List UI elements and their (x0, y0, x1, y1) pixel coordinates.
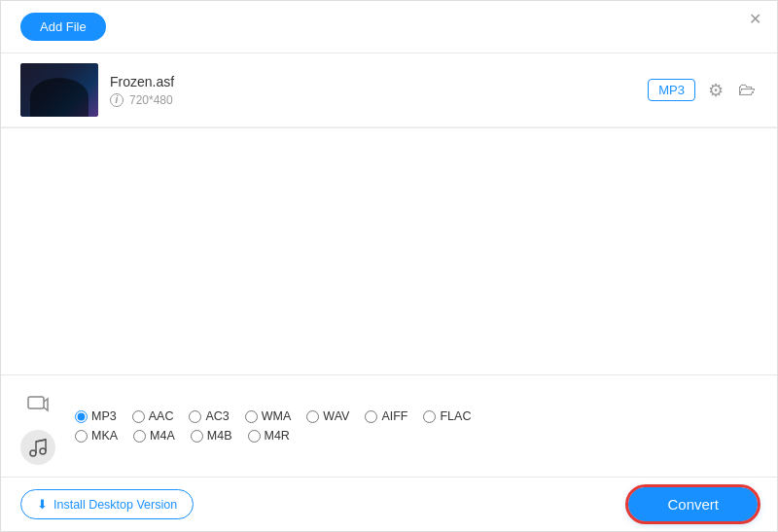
format-row-2: MKA M4A M4B M4R (75, 429, 758, 443)
video-mode-icon[interactable] (20, 387, 55, 422)
file-actions: MP3 ⚙ 🗁 (648, 79, 758, 101)
svg-point-1 (30, 450, 36, 456)
folder-icon[interactable]: 🗁 (736, 80, 758, 101)
format-wma[interactable]: WMA (245, 409, 292, 423)
add-file-button[interactable]: Add File (20, 13, 106, 41)
radio-ac3[interactable] (189, 410, 201, 423)
install-label: Install Desktop Version (53, 498, 177, 512)
file-info: Frozen.asf i 720*480 (110, 74, 636, 107)
format-mka[interactable]: MKA (75, 429, 118, 443)
format-options: MP3 AAC AC3 WMA WAV AIFF F (75, 409, 758, 443)
radio-wma[interactable] (245, 410, 258, 423)
format-badge[interactable]: MP3 (648, 79, 695, 101)
install-button[interactable]: ⬇ Install Desktop Version (20, 489, 194, 519)
settings-icon[interactable]: ⚙ (705, 80, 726, 101)
panel-icons (20, 387, 55, 465)
file-resolution: 720*480 (129, 93, 173, 107)
format-m4r[interactable]: M4R (248, 429, 290, 443)
svg-rect-0 (28, 397, 44, 408)
close-button[interactable]: ✕ (747, 11, 762, 26)
svg-point-2 (40, 448, 46, 454)
file-meta: i 720*480 (110, 93, 636, 107)
radio-m4a[interactable] (133, 430, 146, 443)
format-flac[interactable]: FLAC (423, 409, 471, 423)
thumbnail-image (20, 63, 98, 117)
audio-mode-icon[interactable] (20, 430, 55, 465)
format-panel: MP3 AAC AC3 WMA WAV AIFF F (1, 374, 777, 477)
top-bar: Add File (1, 1, 777, 53)
convert-button[interactable]: Convert (628, 487, 758, 521)
format-aac[interactable]: AAC (132, 409, 174, 423)
radio-aac[interactable] (132, 410, 145, 423)
info-icon[interactable]: i (110, 93, 124, 107)
radio-m4b[interactable] (191, 430, 203, 443)
file-name: Frozen.asf (110, 74, 636, 89)
format-m4a[interactable]: M4A (133, 429, 175, 443)
format-row-1: MP3 AAC AC3 WMA WAV AIFF F (75, 409, 758, 423)
radio-mp3[interactable] (75, 410, 88, 423)
radio-m4r[interactable] (248, 430, 261, 443)
bottom-panel: MP3 AAC AC3 WMA WAV AIFF F (1, 374, 777, 531)
radio-wav[interactable] (306, 410, 319, 423)
radio-aiff[interactable] (365, 410, 377, 423)
radio-flac[interactable] (423, 410, 436, 423)
file-list: Frozen.asf i 720*480 MP3 ⚙ 🗁 (1, 53, 777, 128)
action-bar: ⬇ Install Desktop Version Convert (1, 477, 777, 531)
format-ac3[interactable]: AC3 (189, 409, 229, 423)
file-item: Frozen.asf i 720*480 MP3 ⚙ 🗁 (1, 53, 777, 127)
format-mp3[interactable]: MP3 (75, 409, 117, 423)
radio-mka[interactable] (75, 430, 88, 443)
title-bar: ✕ (747, 11, 762, 26)
format-aiff[interactable]: AIFF (365, 409, 407, 423)
svg-line-3 (36, 440, 46, 442)
content-area (1, 128, 777, 342)
download-icon: ⬇ (37, 497, 48, 512)
format-wav[interactable]: WAV (306, 409, 349, 423)
file-thumbnail (20, 63, 98, 117)
video-icon-svg (27, 394, 49, 415)
format-m4b[interactable]: M4B (191, 429, 232, 443)
audio-icon-svg (27, 437, 49, 458)
